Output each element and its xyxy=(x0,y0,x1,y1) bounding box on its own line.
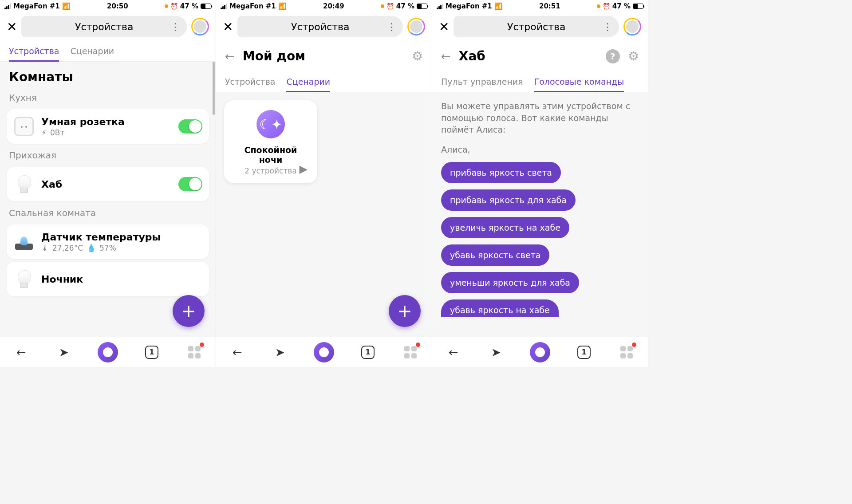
close-icon[interactable]: ✕ xyxy=(223,20,233,34)
nav-send-icon[interactable]: ➤ xyxy=(487,343,505,361)
avatar[interactable] xyxy=(623,18,641,35)
alarm-icon: ⏰ xyxy=(387,3,394,10)
nav-back-icon[interactable]: ← xyxy=(229,343,246,361)
tab-devices[interactable]: Устройства xyxy=(225,71,275,92)
device-card-temp-sensor[interactable]: Датчик температуры 🌡27,26°C 💧57% xyxy=(7,224,209,259)
more-icon[interactable]: ⋮ xyxy=(387,21,396,32)
nav-grid-icon[interactable] xyxy=(185,343,203,361)
help-icon[interactable]: ? xyxy=(606,49,620,63)
voice-command[interactable]: прибавь яркость света xyxy=(441,162,561,183)
thermometer-icon: 🌡 xyxy=(41,244,49,252)
nav-send-icon[interactable]: ➤ xyxy=(271,343,289,361)
voice-command[interactable]: убавь яркость света xyxy=(441,244,549,266)
device-name: Ночник xyxy=(41,274,202,285)
tab-remote[interactable]: Пульт управления xyxy=(441,71,523,92)
carrier: MegaFon #1 xyxy=(446,2,492,10)
device-power: 0Вт xyxy=(50,128,64,137)
nav-back-icon[interactable]: ← xyxy=(445,343,462,361)
notification-dot-icon xyxy=(416,343,420,347)
scenario-card[interactable]: ☾✦ Спокойной ночи 2 устройства ▶ xyxy=(224,100,317,183)
device-name: Датчик температуры xyxy=(41,232,202,243)
nav-send-icon[interactable]: ➤ xyxy=(55,343,73,361)
voice-command[interactable]: убавь яркость на хабе xyxy=(441,299,559,317)
close-icon[interactable]: ✕ xyxy=(7,20,17,34)
signal-icon xyxy=(4,4,11,9)
nav-grid-icon[interactable] xyxy=(402,343,419,361)
wifi-icon: 📶 xyxy=(494,2,503,10)
back-icon[interactable]: ← xyxy=(441,50,451,63)
battery-icon xyxy=(417,4,427,9)
nav-tabs-button[interactable]: 1 xyxy=(575,343,593,361)
battery-pct: 47 % xyxy=(396,2,414,10)
carrier: MegaFon #1 xyxy=(13,2,60,10)
alarm-icon: ⏰ xyxy=(170,3,178,10)
back-icon[interactable]: ← xyxy=(225,50,235,63)
header-title: Устройства xyxy=(291,21,349,32)
socket-icon xyxy=(14,117,34,136)
battery-pct: 47 % xyxy=(180,2,198,10)
add-fab[interactable]: + xyxy=(173,295,205,327)
bottom-nav: ← ➤ 1 xyxy=(216,337,432,367)
clock: 20:49 xyxy=(323,2,344,10)
header-title: Устройства xyxy=(75,21,133,32)
voice-command[interactable]: увеличь яркость на хабе xyxy=(441,217,569,238)
voice-command[interactable]: прибавь яркость для хаба xyxy=(441,189,576,211)
nav-alice-icon[interactable] xyxy=(530,342,550,362)
bottom-nav: ← ➤ 1 xyxy=(0,337,216,367)
device-card-hub[interactable]: Хаб xyxy=(7,167,209,201)
device-card-socket[interactable]: Умная розетка ⚡0Вт xyxy=(7,109,209,144)
toggle-switch[interactable] xyxy=(178,177,202,191)
recording-dot-icon xyxy=(597,4,600,8)
tab-scenarios[interactable]: Сценарии xyxy=(286,71,330,92)
nav-alice-icon[interactable] xyxy=(314,342,334,362)
header-title: Устройства xyxy=(507,21,565,32)
recording-dot-icon xyxy=(381,4,384,8)
close-icon[interactable]: ✕ xyxy=(439,20,449,34)
avatar[interactable] xyxy=(191,18,209,35)
device-card-nightlight[interactable]: Ночник xyxy=(7,262,209,296)
signal-icon xyxy=(221,4,227,9)
header-title-pill[interactable]: Устройства ⋮ xyxy=(237,16,403,37)
voice-command[interactable]: уменьши яркость для хаба xyxy=(441,272,579,293)
scenario-subtitle: 2 устройства xyxy=(232,166,309,175)
avatar[interactable] xyxy=(407,18,425,35)
nav-alice-icon[interactable] xyxy=(98,342,118,362)
notification-dot-icon xyxy=(200,343,204,347)
device-name: Умная розетка xyxy=(41,116,172,127)
add-fab[interactable]: + xyxy=(389,295,421,327)
more-icon[interactable]: ⋮ xyxy=(170,21,180,32)
nav-back-icon[interactable]: ← xyxy=(12,343,30,361)
header-title-pill[interactable]: Устройства ⋮ xyxy=(454,16,619,37)
device-name: Хаб xyxy=(41,179,172,190)
battery-icon xyxy=(633,4,643,9)
header-title-pill[interactable]: Устройства ⋮ xyxy=(21,16,187,37)
nav-tabs-button[interactable]: 1 xyxy=(143,343,161,361)
toggle-switch[interactable] xyxy=(178,119,202,134)
nav-grid-icon[interactable] xyxy=(618,343,635,361)
status-bar: MegaFon #1 📶 20:51 ⏰ 47 % xyxy=(432,0,648,12)
bulb-icon xyxy=(18,175,30,193)
nav-tabs-button[interactable]: 1 xyxy=(359,343,377,361)
temperature-value: 27,26°C xyxy=(52,244,83,252)
play-icon[interactable]: ▶ xyxy=(300,163,308,175)
gear-icon[interactable]: ⚙ xyxy=(412,49,423,63)
wifi-icon: 📶 xyxy=(278,2,287,10)
clock: 20:51 xyxy=(539,2,560,10)
voice-prompt: Алиса, xyxy=(432,140,648,159)
more-icon[interactable]: ⋮ xyxy=(603,21,612,32)
page-title: Мой дом xyxy=(243,49,404,63)
bulb-icon xyxy=(18,270,30,288)
battery-icon xyxy=(201,4,211,9)
alarm-icon: ⏰ xyxy=(603,3,610,10)
clock: 20:50 xyxy=(107,2,128,10)
gear-icon[interactable]: ⚙ xyxy=(628,49,639,63)
room-label: Прихожая xyxy=(0,146,216,164)
room-label: Кухня xyxy=(0,89,216,106)
tab-scenarios[interactable]: Сценарии xyxy=(70,41,114,61)
page-title: Хаб xyxy=(459,49,598,63)
tab-voice[interactable]: Голосовые команды xyxy=(534,71,624,92)
carrier: MegaFon #1 xyxy=(229,2,276,10)
voice-intro: Вы можете управлять этим устройством с п… xyxy=(432,92,648,140)
bolt-icon: ⚡ xyxy=(41,128,47,137)
tab-devices[interactable]: Устройства xyxy=(9,41,59,61)
